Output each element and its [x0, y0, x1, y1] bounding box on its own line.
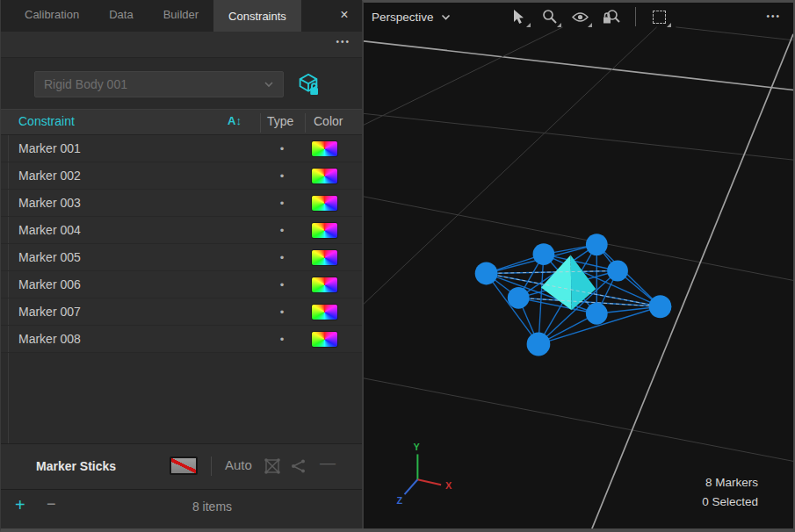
sort-icon[interactable]: A↕: [228, 114, 242, 127]
remove-constraint-button[interactable]: −: [47, 495, 56, 514]
marker-stick: [596, 245, 660, 307]
constraint-name: Marker 005: [18, 250, 81, 264]
marker-sticks-section: Marker Sticks Auto: [1, 443, 362, 489]
constraint-color-swatch[interactable]: [311, 140, 338, 157]
close-icon[interactable]: ×: [334, 4, 355, 25]
3d-viewport-canvas[interactable]: Y X Z: [364, 3, 793, 528]
tab-constraints[interactable]: Constraints: [213, 0, 301, 32]
constraint-type-dot: •: [271, 251, 293, 264]
constraint-color-swatch[interactable]: [311, 304, 338, 320]
marker-sphere[interactable]: [607, 261, 628, 282]
marker-sphere[interactable]: [586, 303, 608, 325]
stick-color-swatch[interactable]: [170, 457, 198, 475]
visibility-eye-icon[interactable]: [572, 8, 589, 25]
constraint-row[interactable]: Marker 007•: [1, 298, 362, 326]
tab-builder[interactable]: Builder: [148, 0, 213, 29]
viewport-toolbar: Perspective: [364, 3, 793, 31]
constraint-color-swatch[interactable]: [311, 331, 338, 348]
chevron-down-icon: [441, 14, 451, 20]
constraint-type-dot: •: [271, 169, 293, 183]
constraint-color-swatch[interactable]: [311, 195, 338, 212]
marker-sphere[interactable]: [586, 234, 608, 255]
constraint-name: Marker 001: [18, 141, 81, 155]
panel-menu-ellipsis-icon[interactable]: •••: [336, 37, 351, 47]
axis-y-label: Y: [413, 442, 420, 452]
tab-calibration[interactable]: Calibration: [10, 0, 94, 29]
axis-gizmo: Y X Z: [397, 442, 452, 506]
hud-marker-count: 8 Markers: [702, 473, 758, 492]
toolbar-divider: [211, 457, 212, 476]
marker-sphere[interactable]: [649, 295, 672, 318]
remove-stick-icon[interactable]: —: [320, 454, 336, 472]
connect-all-markers-icon[interactable]: [263, 457, 282, 478]
chevron-down-icon: [264, 81, 274, 88]
hud-selected-count: 0 Selected: [702, 492, 758, 512]
column-divider: [305, 113, 306, 133]
selection-box-icon[interactable]: [651, 8, 669, 25]
toolbar-divider: [635, 7, 636, 26]
constraint-row[interactable]: Marker 008•: [1, 326, 362, 353]
constraint-name: Marker 002: [18, 169, 81, 183]
constraint-name: Marker 006: [18, 277, 81, 291]
constraint-list: Marker 001•Marker 002•Marker 003•Marker …: [1, 135, 362, 353]
constraint-type-dot: •: [271, 306, 293, 319]
camera-selector[interactable]: Perspective: [372, 11, 451, 24]
3d-viewport[interactable]: Y X Z Perspective: [362, 0, 795, 528]
zoom-magnifier-icon[interactable]: [541, 8, 559, 25]
select-cursor-icon[interactable]: [510, 8, 528, 25]
marker-sticks-label: Marker Sticks: [36, 459, 116, 473]
marker-stick: [487, 273, 538, 344]
marker-sphere[interactable]: [533, 243, 555, 265]
tab-data[interactable]: Data: [94, 0, 148, 29]
constraints-panel: Calibration Data Builder Constraints × •…: [1, 0, 362, 528]
application-window: Calibration Data Builder Constraints × •…: [0, 0, 795, 532]
connect-sequence-icon[interactable]: [289, 457, 308, 478]
add-constraint-button[interactable]: +: [15, 495, 25, 515]
constraint-name: Marker 004: [18, 223, 81, 237]
auto-sticks-label[interactable]: Auto: [225, 457, 252, 472]
rigid-body-scene: [475, 234, 672, 356]
axis-x-label: X: [445, 480, 452, 491]
constraint-name: Marker 003: [18, 196, 81, 210]
constraint-row[interactable]: Marker 001•: [1, 135, 362, 162]
column-type[interactable]: Type: [267, 114, 293, 128]
constraint-type-dot: •: [271, 333, 293, 346]
constraint-table-header: Constraint A↕ Type Color: [1, 109, 362, 135]
zoom-lock-icon[interactable]: [603, 8, 620, 25]
column-constraint[interactable]: Constraint: [18, 114, 75, 128]
constraint-row[interactable]: Marker 003•: [1, 190, 362, 217]
rigid-body-selector-row: Rigid Body 001: [1, 58, 362, 109]
marker-sphere[interactable]: [508, 287, 530, 309]
marker-sphere[interactable]: [475, 262, 498, 285]
rigid-body-dropdown[interactable]: Rigid Body 001: [34, 71, 284, 97]
selection-hud: 8 Markers 0 Selected: [702, 473, 758, 512]
panel-tabbar: Calibration Data Builder Constraints ×: [1, 0, 362, 32]
axis-z-label: Z: [397, 495, 403, 506]
marker-sphere[interactable]: [527, 333, 551, 356]
constraint-row[interactable]: Marker 002•: [1, 162, 362, 190]
panel-footer: + − 8 items: [1, 489, 362, 524]
constraint-color-swatch[interactable]: [311, 222, 338, 239]
panel-sub-toolbar: •••: [1, 32, 362, 58]
constraint-row[interactable]: Marker 004•: [1, 217, 362, 244]
constraint-type-dot: •: [271, 278, 293, 291]
constraint-row[interactable]: Marker 006•: [1, 271, 362, 298]
camera-label: Perspective: [372, 11, 434, 24]
constraint-name: Marker 008: [18, 332, 81, 346]
viewport-menu-ellipsis-icon[interactable]: •••: [766, 11, 781, 21]
constraint-color-swatch[interactable]: [311, 249, 338, 266]
constraint-type-dot: •: [271, 197, 293, 210]
column-color[interactable]: Color: [314, 114, 343, 128]
column-divider: [260, 113, 261, 133]
constraint-type-dot: •: [271, 224, 293, 237]
constraint-name: Marker 007: [18, 305, 81, 319]
constraint-type-dot: •: [271, 142, 293, 155]
constraint-row[interactable]: Marker 005•: [1, 244, 362, 271]
rigid-body-dropdown-value: Rigid Body 001: [44, 77, 127, 91]
rigid-body-lock-icon[interactable]: [293, 69, 324, 99]
items-count: 8 items: [62, 500, 362, 514]
constraint-color-swatch[interactable]: [311, 277, 338, 293]
constraint-color-swatch[interactable]: [311, 168, 338, 184]
